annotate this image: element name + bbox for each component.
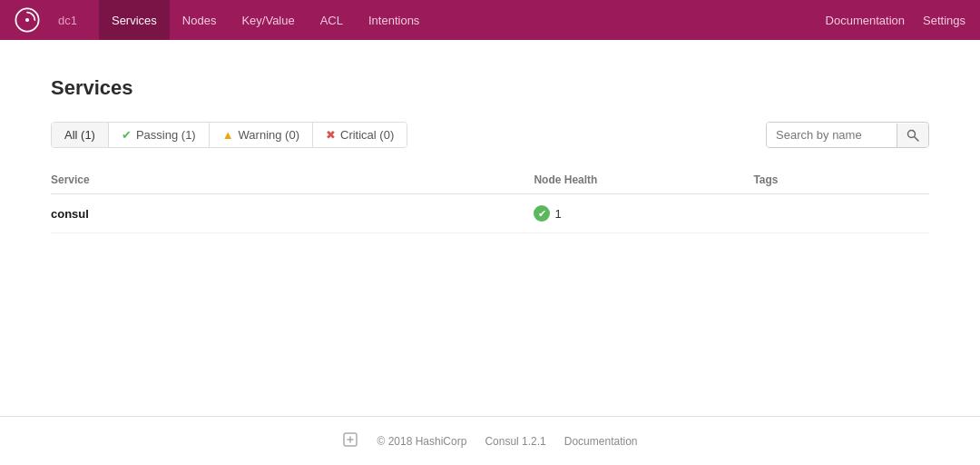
- footer-documentation-link[interactable]: Documentation: [564, 435, 638, 448]
- settings-link[interactable]: Settings: [923, 14, 965, 27]
- nav-item-acl[interactable]: ACL: [308, 0, 356, 40]
- table-body: consul ✔ 1: [51, 194, 929, 233]
- service-name[interactable]: consul: [51, 207, 89, 221]
- filter-tab-warning[interactable]: ▲ Warning (0): [210, 123, 313, 147]
- search-icon: [906, 129, 919, 142]
- filter-tab-critical-label: Critical (0): [340, 128, 394, 142]
- filter-tab-all-label: All (1): [64, 128, 95, 142]
- services-table: Service Node Health Tags consul ✔ 1: [51, 166, 929, 233]
- health-badge: ✔ 1: [534, 205, 561, 222]
- documentation-link[interactable]: Documentation: [826, 14, 905, 27]
- svg-line-3: [915, 136, 919, 141]
- search-input[interactable]: [767, 123, 897, 147]
- page-title: Services: [51, 76, 929, 100]
- filter-tab-passing[interactable]: ✔ Passing (1): [109, 123, 210, 147]
- nav-item-services[interactable]: Services: [99, 0, 170, 40]
- navbar: dc1 Services Nodes Key/Value ACL Intenti…: [0, 0, 980, 40]
- passing-icon: ✔: [122, 128, 132, 142]
- table-header: Service Node Health Tags: [51, 166, 929, 194]
- critical-icon: ✖: [326, 128, 336, 142]
- search-wrapper: [766, 122, 929, 148]
- footer-logo: [342, 431, 358, 450]
- health-count: 1: [554, 207, 561, 221]
- footer-copyright: © 2018 HashiCorp: [377, 435, 466, 448]
- search-button[interactable]: [897, 124, 928, 147]
- col-header-health: Node Health: [534, 166, 753, 194]
- nav-item-intentions[interactable]: Intentions: [356, 0, 432, 40]
- nav-item-nodes[interactable]: Nodes: [170, 0, 230, 40]
- filter-tabs: All (1) ✔ Passing (1) ▲ Warning (0) ✖ Cr…: [51, 122, 407, 148]
- health-pass-icon: ✔: [534, 205, 550, 222]
- main-content: Services All (1) ✔ Passing (1) ▲ Warning…: [0, 40, 980, 416]
- filter-tab-warning-label: Warning (0): [239, 128, 299, 142]
- nav-item-keyvalue[interactable]: Key/Value: [229, 0, 307, 40]
- datacenter-label: dc1: [51, 10, 84, 31]
- footer: © 2018 HashiCorp Consul 1.2.1 Documentat…: [0, 416, 980, 465]
- warning-icon: ▲: [222, 128, 234, 142]
- filter-bar: All (1) ✔ Passing (1) ▲ Warning (0) ✖ Cr…: [51, 122, 929, 148]
- table-row: consul ✔ 1: [51, 194, 929, 233]
- main-nav: Services Nodes Key/Value ACL Intentions: [99, 0, 826, 40]
- col-header-service: Service: [51, 166, 534, 194]
- app-logo: [15, 7, 40, 33]
- navbar-right: Documentation Settings: [826, 14, 965, 27]
- filter-tab-passing-label: Passing (1): [136, 128, 196, 142]
- footer-version: Consul 1.2.1: [485, 435, 545, 448]
- filter-tab-all[interactable]: All (1): [52, 123, 109, 147]
- col-header-tags: Tags: [753, 166, 929, 194]
- svg-point-1: [25, 18, 29, 22]
- filter-tab-critical[interactable]: ✖ Critical (0): [313, 123, 407, 147]
